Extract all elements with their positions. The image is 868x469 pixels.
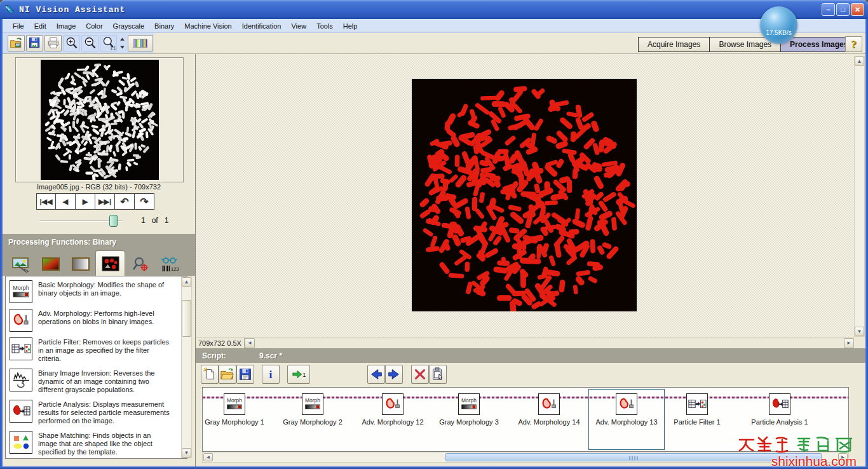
print-icon[interactable] — [44, 35, 62, 51]
function-item[interactable]: Particle Filter: Removes or keeps partic… — [10, 337, 172, 363]
nav-first-button[interactable]: |◀◀ — [36, 193, 56, 210]
tab-machine-vision[interactable] — [125, 253, 155, 276]
close-button[interactable]: ✕ — [851, 3, 864, 16]
pfilter-icon — [10, 337, 32, 360]
function-item[interactable]: Shape Matching: Finds objects in an imag… — [10, 431, 172, 456]
panalysis-icon — [769, 393, 790, 415]
script-step-label: Adv. Morphology 12 — [355, 418, 430, 426]
scrollbar-thumb[interactable] — [182, 300, 191, 337]
function-item[interactable]: Adv. Morphology: Performs high-level ope… — [10, 309, 172, 332]
scroll-left-icon[interactable]: ◄ — [203, 453, 213, 461]
zoom-1-1-icon[interactable]: 1:1 — [100, 35, 117, 51]
image-slider-thumb[interactable] — [109, 215, 118, 227]
scroll-left-icon[interactable]: ◄ — [245, 338, 255, 348]
zoom-in-icon[interactable] — [63, 35, 80, 51]
tab-grayscale[interactable] — [65, 253, 95, 276]
step-forward-button[interactable] — [385, 365, 403, 384]
watermark: shixinhua.com — [737, 435, 857, 469]
canvas-vertical-scrollbar[interactable]: ▲ ▼ — [854, 56, 865, 337]
script-step[interactable]: MorphGray Morphology 1 — [202, 389, 273, 450]
menu-help[interactable]: Help — [338, 20, 363, 32]
tab-identification[interactable]: 123 — [155, 253, 185, 276]
nav-previous-button[interactable]: ◀ — [56, 193, 76, 210]
svg-text:1:1: 1:1 — [110, 46, 115, 50]
zoom-stepper-icon[interactable] — [118, 35, 126, 51]
scroll-right-icon[interactable]: ► — [844, 338, 854, 348]
image-canvas[interactable] — [196, 54, 854, 337]
help-button[interactable]: ? — [845, 36, 862, 52]
menu-grayscale[interactable]: Grayscale — [108, 20, 150, 32]
menu-view[interactable]: View — [286, 20, 311, 32]
delete-step-button[interactable] — [411, 365, 429, 384]
new-script-button[interactable] — [201, 365, 219, 384]
morph-icon: Morph — [224, 393, 245, 415]
nav-last-button[interactable]: ▶▶| — [95, 193, 115, 210]
nav-redo-button[interactable]: ↷ — [135, 193, 154, 210]
menu-image[interactable]: Image — [51, 20, 81, 32]
menu-file[interactable]: File — [8, 20, 29, 32]
save-script-button[interactable] — [236, 365, 254, 384]
script-step-label: Gray Morphology 3 — [431, 418, 506, 426]
menu-color[interactable]: Color — [81, 20, 107, 32]
script-step[interactable]: Adv. Morphology 12 — [355, 389, 431, 450]
menu-binary[interactable]: Binary — [149, 20, 179, 32]
script-step[interactable]: Adv. Morphology 14 — [511, 389, 587, 450]
open-file-icon[interactable] — [8, 35, 25, 51]
function-list-scrollbar[interactable]: ▲ ▼ — [181, 276, 192, 458]
minimize-button[interactable]: – — [822, 3, 835, 16]
function-item[interactable]: Particle Analysis: Displays measurement … — [10, 400, 172, 425]
scroll-down-icon[interactable]: ▼ — [855, 327, 864, 336]
menu-machine-vision[interactable]: Machine Vision — [179, 20, 236, 32]
processed-binary-image[interactable] — [412, 79, 637, 311]
app-logo-icon — [4, 4, 15, 15]
tab-image[interactable] — [6, 253, 36, 276]
nav-next-button[interactable]: ▶ — [76, 193, 95, 210]
function-description: Basic Morphology: Modifies the shape of … — [38, 280, 172, 303]
run-once-button[interactable]: 1 — [287, 365, 310, 384]
shapes-icon — [10, 431, 32, 454]
image-position-text: 1 of 1 — [141, 216, 168, 225]
menu-identification[interactable]: Identification — [237, 20, 287, 32]
morph-icon: Morph — [302, 393, 323, 415]
save-file-icon[interactable] — [26, 35, 43, 51]
script-step-label: Particle Filter 1 — [660, 418, 735, 426]
open-script-button[interactable] — [219, 365, 236, 384]
scroll-up-icon[interactable]: ▲ — [182, 277, 191, 287]
tab-binary[interactable] — [95, 250, 125, 276]
function-item[interactable]: Binary Image Inversion: Reverses the dyn… — [10, 369, 172, 394]
function-item[interactable]: MorphBasic Morphology: Modifies the shap… — [10, 280, 172, 303]
network-speed-text: 17.5KB/s — [766, 29, 792, 36]
scroll-up-icon[interactable]: ▲ — [855, 57, 864, 66]
paste-step-button[interactable] — [429, 365, 447, 384]
script-info-button[interactable]: i — [262, 365, 280, 384]
acquire-images-button[interactable]: Acquire Images — [638, 37, 710, 52]
maximize-button[interactable]: □ — [836, 3, 850, 16]
menubar-items: FileEditImageColorGrayscaleBinaryMachine… — [3, 19, 865, 33]
morph-icon: Morph — [458, 393, 480, 415]
mode-buttons: Acquire ImagesBrowse ImagesProcess Image… — [638, 37, 857, 52]
network-speed-overlay[interactable]: 17.5KB/s — [760, 6, 797, 44]
function-description: Shape Matching: Finds objects in an imag… — [38, 431, 172, 456]
script-step[interactable]: MorphGray Morphology 2 — [275, 389, 351, 450]
scroll-down-icon[interactable]: ▼ — [182, 448, 191, 458]
menu-edit[interactable]: Edit — [29, 20, 51, 32]
tab-color[interactable] — [36, 253, 65, 276]
script-step[interactable]: Particle Filter 1 — [659, 389, 735, 450]
pfilter-icon — [686, 393, 708, 415]
step-back-button[interactable] — [367, 365, 385, 384]
script-toolbar: i1 — [196, 363, 865, 386]
function-description: Particle Analysis: Displays measurement … — [38, 400, 172, 425]
script-filename: 9.scr * — [259, 351, 282, 360]
title-bar[interactable]: NI Vision Assistant – □ ✕ — [0, 0, 868, 19]
menu-tools[interactable]: Tools — [311, 20, 338, 32]
advmorph-icon — [538, 393, 560, 415]
script-label: Script: — [202, 351, 226, 360]
color-palette-icon[interactable] — [128, 35, 153, 51]
svg-text:123: 123 — [171, 266, 179, 272]
script-step[interactable]: Adv. Morphology 13 — [588, 389, 665, 450]
script-step[interactable]: MorphGray Morphology 3 — [431, 389, 507, 450]
script-step-label: Gray Morphology 1 — [202, 418, 272, 426]
thumbnail-image[interactable] — [41, 60, 159, 180]
zoom-out-icon[interactable] — [81, 35, 98, 51]
nav-undo-button[interactable]: ↶ — [115, 193, 135, 210]
